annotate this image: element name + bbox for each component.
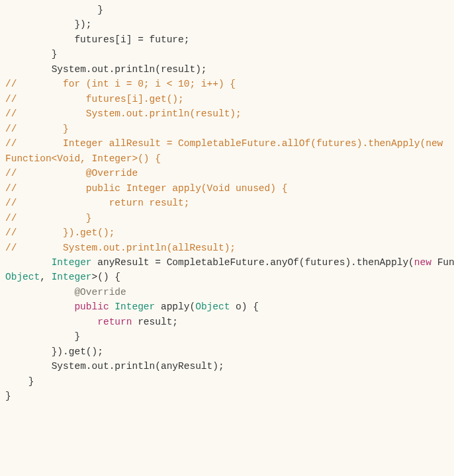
code-line: // futures[i].get(); bbox=[5, 92, 449, 106]
code-line: // System.out.println(result); bbox=[5, 106, 449, 121]
code-token: result; bbox=[132, 317, 178, 327]
code-line: @Override bbox=[5, 285, 449, 299]
code-token: public bbox=[74, 301, 109, 312]
code-block: } }); futures[i] = future; } System.out.… bbox=[0, 0, 454, 407]
code-token: Integer bbox=[114, 301, 155, 312]
code-line: futures[i] = future; bbox=[5, 32, 449, 47]
code-token: , bbox=[40, 272, 51, 282]
code-token: return bbox=[97, 317, 132, 327]
code-token: Integer bbox=[52, 257, 92, 268]
code-token: } bbox=[5, 391, 11, 401]
code-token: new bbox=[414, 257, 431, 268]
code-token: Function< bbox=[431, 257, 454, 268]
code-line: public Integer apply(Object o) { bbox=[5, 299, 449, 314]
code-line: Object, Integer>() { bbox=[5, 270, 449, 284]
code-line: // @Override bbox=[5, 166, 449, 180]
code-token: Integer bbox=[52, 272, 92, 282]
code-token: System.out.println(anyResult); bbox=[52, 361, 224, 372]
code-line: Integer anyResult = CompletableFuture.an… bbox=[5, 255, 449, 270]
code-line: } bbox=[5, 389, 449, 403]
code-token: Object bbox=[5, 272, 40, 282]
code-token: Function<Void, Integer>() { bbox=[5, 153, 161, 164]
code-token: // Integer allResult = CompletableFuture… bbox=[5, 138, 449, 149]
code-line: // return result; bbox=[5, 196, 449, 210]
code-line: // for (int i = 0; i < 10; i++) { bbox=[5, 77, 449, 91]
code-line: // } bbox=[5, 211, 449, 225]
code-token: @Override bbox=[74, 287, 126, 298]
code-token: // System.out.println(result); bbox=[5, 108, 242, 119]
code-line: }).get(); bbox=[5, 344, 449, 359]
code-line: } bbox=[5, 329, 449, 344]
code-token: Object bbox=[195, 301, 230, 312]
code-line: System.out.println(anyResult); bbox=[5, 359, 449, 374]
code-token: // System.out.println(allResult); bbox=[5, 243, 236, 253]
code-token: }).get(); bbox=[52, 346, 103, 357]
code-line: } bbox=[5, 374, 449, 389]
code-token: // public Integer apply(Void unused) { bbox=[5, 183, 287, 194]
code-token: System.out.println(result); bbox=[52, 64, 207, 75]
code-line: return result; bbox=[5, 315, 449, 329]
code-token: apply( bbox=[155, 301, 195, 312]
code-token: anyResult = CompletableFuture.anyOf(futu… bbox=[92, 257, 414, 268]
code-token: futures[i] = future; bbox=[74, 34, 189, 45]
code-token: } bbox=[74, 331, 80, 342]
code-line: System.out.println(result); bbox=[5, 62, 449, 77]
code-token: }); bbox=[74, 19, 91, 30]
code-line: }); bbox=[5, 17, 449, 32]
code-token: // } bbox=[5, 213, 92, 223]
code-token: } bbox=[28, 376, 34, 387]
code-token: // @Override bbox=[5, 168, 138, 178]
code-token: >() { bbox=[92, 272, 121, 282]
code-token: // futures[i].get(); bbox=[5, 94, 184, 104]
code-line: // } bbox=[5, 122, 449, 136]
code-line: // System.out.println(allResult); bbox=[5, 241, 449, 255]
code-token: } bbox=[97, 5, 103, 15]
code-line: // }).get(); bbox=[5, 225, 449, 240]
code-line: } bbox=[5, 3, 449, 17]
code-line: Function<Void, Integer>() { bbox=[5, 151, 449, 166]
code-token: // return result; bbox=[5, 198, 189, 208]
code-token: o) { bbox=[230, 301, 259, 312]
code-token: // for (int i = 0; i < 10; i++) { bbox=[5, 79, 236, 89]
code-token: // } bbox=[5, 124, 69, 134]
code-token: // }).get(); bbox=[5, 227, 114, 238]
code-line: } bbox=[5, 47, 449, 61]
code-line: // Integer allResult = CompletableFuture… bbox=[5, 136, 449, 151]
code-token: } bbox=[52, 49, 58, 60]
code-line: // public Integer apply(Void unused) { bbox=[5, 181, 449, 196]
